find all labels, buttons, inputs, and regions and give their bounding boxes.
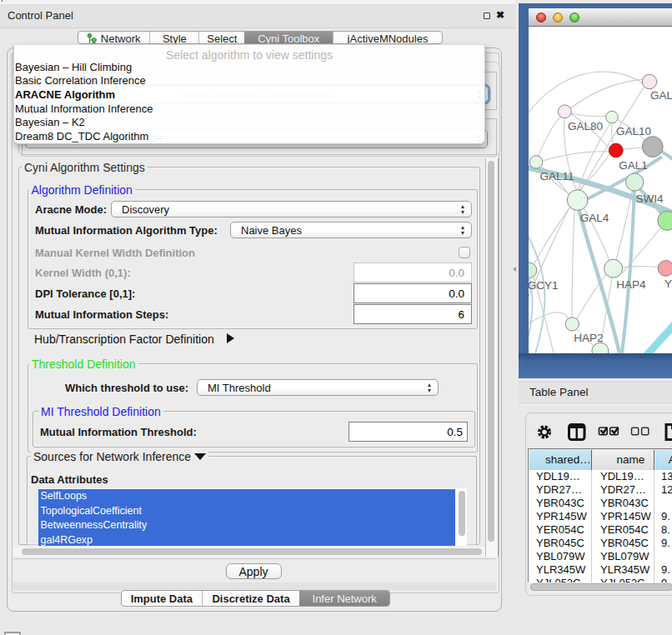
svg-text:GAL11: GAL11 [539, 170, 574, 182]
svg-text:GCY1: GCY1 [529, 279, 558, 292]
svg-text:GAL10: GAL10 [616, 125, 651, 138]
svg-text:SWI4: SWI4 [635, 192, 663, 205]
svg-text:GAL80: GAL80 [568, 120, 603, 132]
svg-text:Y: Y [664, 278, 672, 290]
svg-text:HAP4: HAP4 [616, 278, 646, 291]
svg-text:GAL4: GAL4 [580, 212, 609, 224]
svg-text:HAP2: HAP2 [574, 332, 603, 344]
svg-text:GAL7: GAL7 [650, 89, 672, 102]
svg-text:GAL1: GAL1 [619, 159, 648, 172]
